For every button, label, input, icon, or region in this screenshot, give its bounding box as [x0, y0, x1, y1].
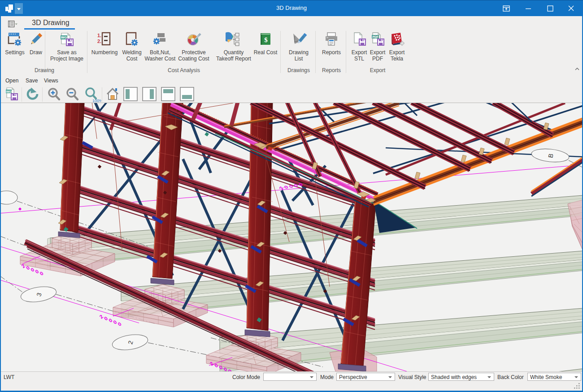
svg-text:IMG: IMG [61, 36, 67, 39]
svg-text:2.: 2. [97, 39, 101, 44]
svg-text:1.: 1. [97, 33, 101, 38]
svg-text:$: $ [264, 36, 268, 43]
svg-text:100%: 100% [92, 99, 101, 103]
svg-text:0: 0 [39, 271, 44, 276]
svg-text:IMG: IMG [6, 90, 11, 93]
svg-text:PDF: PDF [373, 35, 379, 39]
svg-text:0: 0 [117, 321, 122, 327]
